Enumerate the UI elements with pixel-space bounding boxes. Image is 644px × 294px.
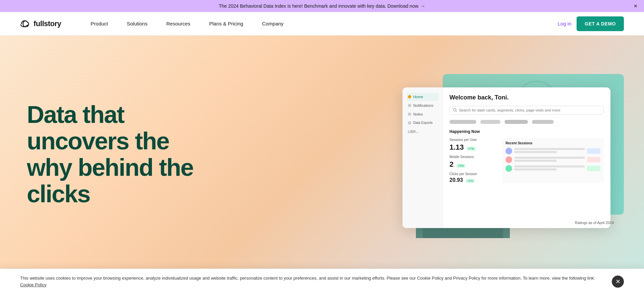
ratings-label: Ratings as of April 2024 (575, 221, 614, 225)
sessions-per-user-value: 1.13 +7% (449, 143, 497, 152)
hero-title: Data that uncovers the why behind the cl… (27, 101, 228, 208)
session-avatar-2 (505, 156, 512, 163)
sidebar-notes: Notes (407, 110, 438, 118)
sidebar-home: Home (407, 93, 438, 101)
nav-resources[interactable]: Resources (157, 12, 200, 35)
sidebar-notifications: Notifications (407, 101, 438, 109)
dashboard-sidebar: Home Notifications Notes Data Exports (402, 87, 443, 228)
recent-sessions-block: Recent Sessions (502, 138, 604, 183)
metric-pill-1 (449, 120, 476, 124)
mobile-sessions-label: Mobile Sessions (449, 155, 497, 159)
sidebar-data-exports: Data Exports (407, 119, 438, 127)
hero-section: Data that uncovers the why behind the cl… (0, 35, 644, 273)
dashboard-bottom: Sessions per User 1.13 +7% Mobile Sessio… (449, 138, 604, 183)
mobile-sessions-value: 2 +3% (449, 160, 497, 169)
sessions-per-user-block: Sessions per User 1.13 +7% Mobile Sessio… (449, 138, 497, 183)
nav-links: Product Solutions Resources Plans & Pric… (81, 12, 557, 35)
svg-line-1 (456, 111, 457, 112)
logo[interactable]: fullstory (20, 19, 61, 28)
navbar: fullstory Product Solutions Resources Pl… (0, 12, 644, 35)
sidebar-notes-icon (408, 113, 411, 116)
logo-text: fullstory (34, 19, 61, 28)
get-demo-button[interactable]: GET A DEMO (577, 16, 624, 31)
banner-text: The 2024 Behavioral Data Index is here! … (219, 3, 425, 9)
dashboard-metrics (449, 120, 604, 124)
session-action-3 (587, 166, 600, 171)
session-avatar-3 (505, 165, 512, 172)
session-lines-1 (514, 148, 585, 154)
metric-pill-3 (504, 120, 528, 124)
nav-actions: Log in GET A DEMO (557, 16, 624, 31)
dashboard-container: Home Notifications Notes Data Exports (396, 74, 624, 235)
nav-solutions[interactable]: Solutions (117, 12, 157, 35)
session-row-2 (505, 156, 600, 163)
recent-sessions-label: Recent Sessions (505, 141, 600, 145)
cookie-banner: This website uses cookies to improve you… (0, 269, 644, 273)
dashboard-main: Welcome back, Toni. (443, 87, 610, 228)
session-row-1 (505, 148, 600, 154)
clicks-per-session-value: 20.93 +1% (449, 177, 497, 183)
clicks-per-session-block: Clicks per Session 20.93 +1% (449, 172, 497, 183)
session-avatar-1 (505, 148, 512, 154)
banner-close-button[interactable]: × (634, 3, 637, 10)
search-icon (453, 108, 457, 112)
metric-pill-4 (532, 120, 554, 124)
sidebar-data-exports-icon (408, 121, 411, 125)
dashboard-welcome: Welcome back, Toni. (449, 94, 604, 101)
hero-content: Data that uncovers the why behind the cl… (27, 101, 228, 208)
session-action-1 (587, 148, 600, 154)
sessions-per-user-label: Sessions per User (449, 138, 497, 142)
hero-visual: Home Notifications Notes Data Exports (228, 74, 624, 235)
session-lines-3 (514, 165, 585, 171)
sidebar-library-label: Libr... (408, 130, 437, 134)
dashboard-search-input[interactable] (459, 108, 600, 112)
sidebar-notifications-icon (408, 104, 411, 107)
clicks-per-session-label: Clicks per Session (449, 172, 497, 176)
nav-plans-pricing[interactable]: Plans & Pricing (200, 12, 253, 35)
login-link[interactable]: Log in (557, 21, 571, 26)
metric-pill-2 (480, 120, 500, 124)
announcement-banner: The 2024 Behavioral Data Index is here! … (0, 0, 644, 12)
dashboard-search[interactable] (449, 106, 604, 115)
nav-product[interactable]: Product (81, 12, 117, 35)
mobile-sessions-block: Mobile Sessions 2 +3% (449, 155, 497, 169)
sidebar-home-icon (408, 95, 411, 98)
fullstory-logo-icon (20, 20, 31, 27)
happening-now-label: Happening Now (449, 129, 604, 134)
svg-point-0 (453, 108, 456, 111)
dashboard-card: Home Notifications Notes Data Exports (402, 87, 610, 228)
session-row-3 (505, 165, 600, 172)
session-lines-2 (514, 157, 585, 163)
nav-company[interactable]: Company (253, 12, 293, 35)
session-action-2 (587, 157, 600, 162)
